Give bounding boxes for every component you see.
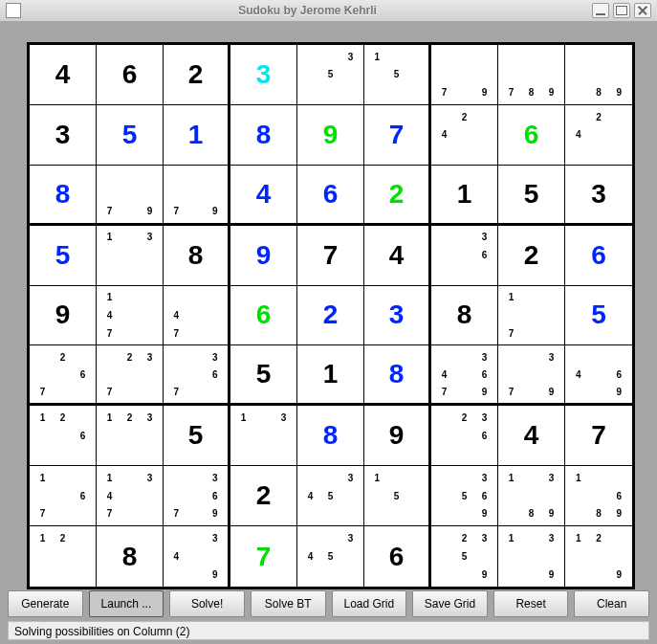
- cell-r8-c3[interactable]: 7: [230, 526, 297, 587]
- cell-r7-c6[interactable]: 3569: [431, 466, 498, 526]
- cell-r3-c8[interactable]: 6: [565, 226, 632, 286]
- cell-r8-c6[interactable]: 2359: [431, 526, 498, 587]
- cell-r1-c1[interactable]: 5: [97, 105, 164, 166]
- cell-r6-c3[interactable]: 13: [230, 406, 297, 466]
- cell-r4-c6[interactable]: 8: [431, 286, 498, 346]
- cell-r5-c3[interactable]: 5: [230, 345, 297, 406]
- pencil-marks: 3569: [434, 469, 494, 522]
- cell-r5-c8[interactable]: 469: [565, 345, 632, 406]
- cell-r8-c5[interactable]: 6: [364, 526, 431, 587]
- cell-r1-c5[interactable]: 7: [364, 105, 431, 166]
- cell-r6-c8[interactable]: 7: [565, 406, 632, 466]
- cell-r5-c7[interactable]: 379: [498, 345, 565, 406]
- cell-r8-c2[interactable]: 349: [164, 526, 230, 587]
- cell-r3-c7[interactable]: 2: [498, 226, 565, 286]
- cell-r6-c6[interactable]: 236: [431, 406, 498, 466]
- cell-r8-c8[interactable]: 129: [565, 526, 632, 587]
- cell-r3-c5[interactable]: 4: [364, 226, 431, 286]
- cell-value: 5: [164, 406, 228, 465]
- cell-r6-c5[interactable]: 9: [364, 406, 431, 466]
- cell-r5-c4[interactable]: 1: [297, 345, 364, 406]
- cell-r0-c1[interactable]: 6: [97, 45, 164, 105]
- reset-button[interactable]: Reset: [493, 590, 569, 617]
- cell-r3-c1[interactable]: 13: [97, 226, 164, 286]
- cell-r1-c0[interactable]: 3: [30, 105, 97, 166]
- close-button[interactable]: [634, 3, 651, 18]
- cell-r7-c5[interactable]: 15: [364, 466, 431, 526]
- cell-r1-c4[interactable]: 9: [297, 105, 364, 166]
- maximize-button[interactable]: [613, 3, 630, 18]
- cell-r7-c3[interactable]: 2: [230, 466, 297, 526]
- cell-r0-c0[interactable]: 4: [30, 45, 97, 105]
- cell-r5-c0[interactable]: 267: [30, 345, 97, 406]
- cell-value: 8: [431, 286, 497, 345]
- pencil-marks: 1689: [568, 469, 629, 522]
- cell-r0-c3[interactable]: 3: [230, 45, 297, 105]
- cell-r4-c8[interactable]: 5: [565, 286, 632, 346]
- cell-r4-c3[interactable]: 6: [230, 286, 297, 346]
- save-grid-button[interactable]: Save Grid: [412, 590, 488, 617]
- cell-r7-c7[interactable]: 1389: [498, 466, 565, 526]
- pencil-marks: 267: [33, 348, 93, 400]
- cell-r2-c0[interactable]: 8: [30, 166, 97, 226]
- cell-r3-c3[interactable]: 9: [230, 226, 297, 286]
- solve-bt-button[interactable]: Solve BT: [251, 590, 326, 617]
- minimize-button[interactable]: [592, 3, 609, 18]
- cell-r2-c8[interactable]: 3: [565, 166, 632, 226]
- cell-r2-c6[interactable]: 1: [431, 166, 498, 226]
- cell-r0-c4[interactable]: 35: [297, 45, 364, 105]
- cell-r2-c3[interactable]: 4: [230, 166, 297, 226]
- cell-r4-c5[interactable]: 3: [364, 286, 431, 346]
- launch-button[interactable]: Launch ...: [89, 590, 164, 617]
- cell-r6-c1[interactable]: 123: [97, 406, 164, 466]
- cell-r4-c2[interactable]: 47: [164, 286, 230, 346]
- cell-value: 9: [364, 406, 428, 465]
- cell-r7-c8[interactable]: 1689: [565, 466, 632, 526]
- cell-r0-c7[interactable]: 789: [498, 45, 565, 105]
- cell-r8-c1[interactable]: 8: [97, 526, 164, 587]
- cell-r8-c4[interactable]: 345: [297, 526, 364, 587]
- cell-r4-c7[interactable]: 17: [498, 286, 565, 346]
- cell-r5-c5[interactable]: 8: [364, 345, 431, 406]
- cell-r5-c6[interactable]: 34679: [431, 345, 498, 406]
- cell-r7-c4[interactable]: 345: [297, 466, 364, 526]
- cell-r7-c1[interactable]: 1347: [97, 466, 164, 526]
- cell-r1-c6[interactable]: 24: [431, 105, 498, 166]
- cell-r8-c7[interactable]: 139: [498, 526, 565, 587]
- cell-r0-c6[interactable]: 79: [431, 45, 498, 105]
- cell-r2-c4[interactable]: 6: [297, 166, 364, 226]
- clean-button[interactable]: Clean: [574, 590, 649, 617]
- cell-r2-c7[interactable]: 5: [498, 166, 565, 226]
- generate-button[interactable]: Generate: [8, 590, 83, 617]
- solve-button[interactable]: Solve!: [169, 590, 245, 617]
- cell-value: 9: [230, 226, 296, 285]
- cell-r2-c5[interactable]: 2: [364, 166, 431, 226]
- cell-r5-c1[interactable]: 237: [97, 345, 164, 406]
- cell-r5-c2[interactable]: 367: [164, 345, 230, 406]
- cell-r8-c0[interactable]: 12: [30, 526, 97, 587]
- cell-r3-c0[interactable]: 5: [30, 226, 97, 286]
- cell-r6-c7[interactable]: 4: [498, 406, 565, 466]
- cell-r3-c4[interactable]: 7: [297, 226, 364, 286]
- cell-r6-c0[interactable]: 126: [30, 406, 97, 466]
- cell-r2-c1[interactable]: 79: [97, 166, 164, 226]
- cell-value: 7: [565, 406, 632, 465]
- cell-r1-c7[interactable]: 6: [498, 105, 565, 166]
- cell-r1-c2[interactable]: 1: [164, 105, 230, 166]
- cell-r4-c4[interactable]: 2: [297, 286, 364, 346]
- cell-r1-c8[interactable]: 24: [565, 105, 632, 166]
- cell-r4-c1[interactable]: 147: [97, 286, 164, 346]
- cell-r0-c5[interactable]: 15: [364, 45, 431, 105]
- cell-r7-c0[interactable]: 167: [30, 466, 97, 526]
- cell-r0-c2[interactable]: 2: [164, 45, 230, 105]
- cell-r1-c3[interactable]: 8: [230, 105, 297, 166]
- cell-r4-c0[interactable]: 9: [30, 286, 97, 346]
- cell-r3-c6[interactable]: 36: [431, 226, 498, 286]
- cell-r7-c2[interactable]: 3679: [164, 466, 230, 526]
- cell-r3-c2[interactable]: 8: [164, 226, 230, 286]
- load-grid-button[interactable]: Load Grid: [332, 590, 407, 617]
- cell-r2-c2[interactable]: 79: [164, 166, 230, 226]
- cell-r0-c8[interactable]: 89: [565, 45, 632, 105]
- cell-r6-c4[interactable]: 8: [297, 406, 364, 466]
- cell-r6-c2[interactable]: 5: [164, 406, 230, 466]
